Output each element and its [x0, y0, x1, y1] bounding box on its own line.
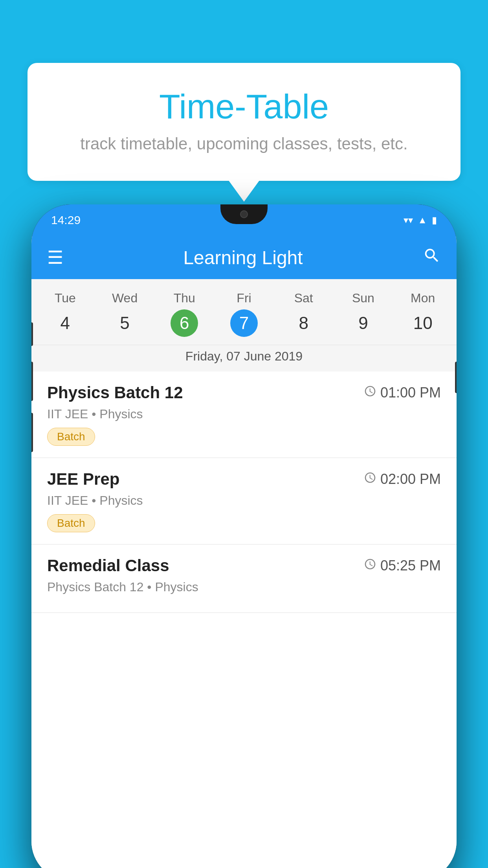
schedule-item-remedial[interactable]: Remedial Class 05:25 PM Physics Batch 12…	[31, 544, 457, 613]
day-label-fri: Fri	[214, 287, 274, 309]
volume-up-button[interactable]	[31, 362, 33, 401]
schedule-item-row2: JEE Prep 02:00 PM	[47, 470, 441, 489]
clock-icon-1	[364, 384, 376, 401]
schedule-subtitle-3: Physics Batch 12 • Physics	[47, 580, 441, 594]
schedule-item-jee-prep[interactable]: JEE Prep 02:00 PM IIT JEE • Physics Batc…	[31, 458, 457, 544]
day-label-mon: Mon	[393, 287, 453, 309]
menu-icon[interactable]: ☰	[47, 247, 63, 268]
camera	[240, 210, 248, 218]
schedule-item-row3: Remedial Class 05:25 PM	[47, 556, 441, 575]
time-value-1: 01:00 PM	[380, 384, 441, 401]
volume-silent-button[interactable]	[31, 322, 33, 346]
schedule-item-title-2: JEE Prep	[47, 470, 119, 489]
battery-icon: ▮	[432, 215, 437, 226]
schedule-item-physics-batch[interactable]: Physics Batch 12 01:00 PM IIT JEE • Phys…	[31, 371, 457, 458]
speech-bubble-subtitle: track timetable, upcoming classes, tests…	[59, 134, 429, 153]
day-label-sat: Sat	[274, 287, 334, 309]
selected-date-label: Friday, 07 June 2019	[31, 345, 457, 371]
power-button[interactable]	[455, 362, 457, 393]
toolbar-title: Learning Light	[183, 247, 303, 268]
day-6-today[interactable]: 6	[171, 309, 198, 337]
schedule-subtitle-2: IIT JEE • Physics	[47, 493, 441, 508]
time-value-3: 05:25 PM	[380, 557, 441, 574]
volume-down-button[interactable]	[31, 413, 33, 452]
speech-bubble-pointer	[228, 180, 260, 202]
signal-icon: ▲	[418, 215, 427, 226]
schedule-item-row1: Physics Batch 12 01:00 PM	[47, 383, 441, 402]
phone-frame: 14:29 ▾▾ ▲ ▮ ☰ Learning Light Tue Wed	[31, 204, 457, 868]
day-5[interactable]: 5	[95, 309, 155, 345]
schedule-item-title-3: Remedial Class	[47, 556, 169, 575]
schedule-item-time-2: 02:00 PM	[364, 471, 441, 487]
day-label-thu: Thu	[154, 287, 214, 309]
schedule-item-time-1: 01:00 PM	[364, 384, 441, 401]
schedule-item-title-1: Physics Batch 12	[47, 383, 183, 402]
batch-badge-2: Batch	[47, 514, 95, 532]
clock-icon-2	[364, 471, 376, 487]
wifi-icon: ▾▾	[404, 215, 413, 226]
day-8[interactable]: 8	[274, 309, 334, 345]
schedule-list: Physics Batch 12 01:00 PM IIT JEE • Phys…	[31, 371, 457, 868]
schedule-item-time-3: 05:25 PM	[364, 557, 441, 574]
day-labels: Tue Wed Thu Fri Sat Sun Mon	[31, 287, 457, 309]
clock-icon-3	[364, 557, 376, 574]
day-label-tue: Tue	[35, 287, 95, 309]
speech-bubble-title: Time-Table	[59, 86, 429, 127]
search-icon[interactable]	[423, 246, 441, 269]
status-icons: ▾▾ ▲ ▮	[404, 215, 437, 226]
day-label-wed: Wed	[95, 287, 155, 309]
speech-bubble-container: Time-Table track timetable, upcoming cla…	[28, 63, 460, 202]
status-time: 14:29	[51, 213, 81, 227]
speech-bubble: Time-Table track timetable, upcoming cla…	[28, 63, 460, 181]
batch-badge-1: Batch	[47, 428, 95, 446]
day-numbers: 4 5 6 7 8 9 10	[31, 309, 457, 345]
notch	[220, 204, 268, 224]
time-value-2: 02:00 PM	[380, 471, 441, 487]
day-4[interactable]: 4	[35, 309, 95, 345]
phone-screen: ☰ Learning Light Tue Wed Thu Fri Sat Sun…	[31, 236, 457, 868]
day-10[interactable]: 10	[393, 309, 453, 345]
schedule-subtitle-1: IIT JEE • Physics	[47, 407, 441, 421]
day-7-selected[interactable]: 7	[230, 309, 258, 337]
calendar-strip: Tue Wed Thu Fri Sat Sun Mon 4 5 6 7 8 9 …	[31, 279, 457, 371]
app-toolbar: ☰ Learning Light	[31, 236, 457, 279]
status-bar: 14:29 ▾▾ ▲ ▮	[31, 204, 457, 236]
day-9[interactable]: 9	[334, 309, 393, 345]
day-label-sun: Sun	[334, 287, 393, 309]
